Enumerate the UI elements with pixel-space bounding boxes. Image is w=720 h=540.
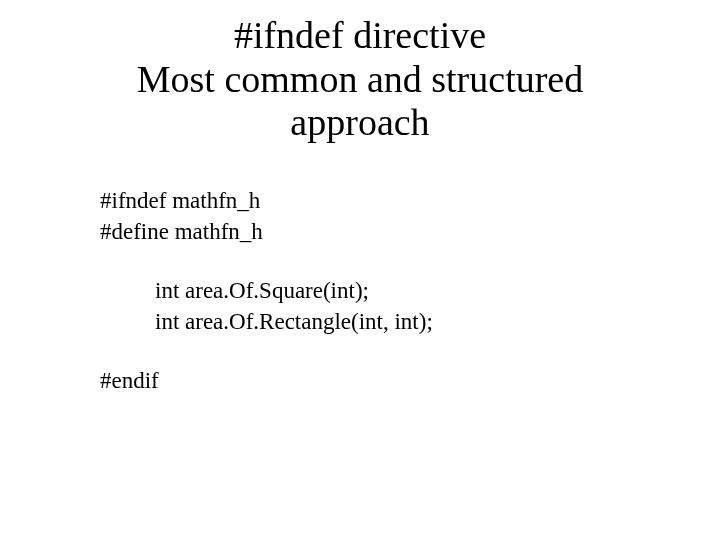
code-line-define: #define mathfn_h <box>100 216 680 247</box>
code-line-ifndef: #ifndef mathfn_h <box>100 185 680 216</box>
title-line-1: #ifndef directive <box>234 14 486 56</box>
blank-line <box>100 247 680 275</box>
code-line-fn2: int area.Of.Rectangle(int, int); <box>155 306 680 337</box>
code-line-fn1: int area.Of.Square(int); <box>155 275 680 306</box>
slide-title: #ifndef directive Most common and struct… <box>40 14 680 145</box>
title-line-3: approach <box>290 101 429 143</box>
title-line-2: Most common and structured <box>137 58 583 100</box>
code-block: #ifndef mathfn_h #define mathfn_h int ar… <box>100 185 680 396</box>
blank-line <box>100 337 680 365</box>
slide: #ifndef directive Most common and struct… <box>0 0 720 540</box>
code-line-endif: #endif <box>100 365 680 396</box>
